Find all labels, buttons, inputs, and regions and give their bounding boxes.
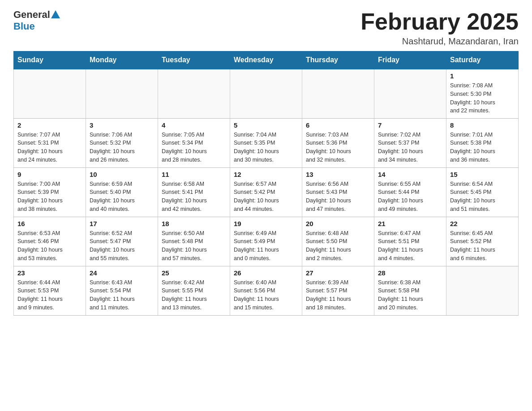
page-header: General Blue February 2025 Nashtarud, Ma…	[13, 9, 519, 47]
day-of-week-header: Tuesday	[158, 51, 230, 69]
calendar-day-cell: 17Sunrise: 6:52 AM Sunset: 5:47 PM Dayli…	[86, 217, 158, 266]
day-of-week-header: Friday	[374, 51, 446, 69]
calendar-week-row: 16Sunrise: 6:53 AM Sunset: 5:46 PM Dayli…	[14, 217, 519, 266]
day-number: 6	[306, 121, 370, 129]
calendar-table: SundayMondayTuesdayWednesdayThursdayFrid…	[13, 51, 519, 316]
day-number: 26	[234, 269, 298, 277]
calendar-day-cell: 14Sunrise: 6:55 AM Sunset: 5:44 PM Dayli…	[374, 167, 446, 217]
day-number: 27	[306, 269, 370, 277]
day-of-week-header: Sunday	[14, 51, 86, 69]
day-of-week-header: Wednesday	[230, 51, 302, 69]
day-info: Sunrise: 6:38 AM Sunset: 5:58 PM Dayligh…	[378, 278, 442, 312]
title-block: February 2025 Nashtarud, Mazandaran, Ira…	[360, 9, 519, 47]
day-info: Sunrise: 6:52 AM Sunset: 5:47 PM Dayligh…	[90, 229, 154, 263]
day-of-week-header: Saturday	[446, 51, 519, 69]
day-number: 19	[234, 220, 298, 227]
day-info: Sunrise: 7:03 AM Sunset: 5:36 PM Dayligh…	[306, 131, 370, 164]
calendar-day-cell: 23Sunrise: 6:44 AM Sunset: 5:53 PM Dayli…	[14, 266, 86, 315]
day-info: Sunrise: 6:48 AM Sunset: 5:50 PM Dayligh…	[306, 229, 370, 263]
day-info: Sunrise: 7:01 AM Sunset: 5:38 PM Dayligh…	[450, 131, 515, 164]
day-number: 9	[17, 171, 82, 178]
day-info: Sunrise: 6:39 AM Sunset: 5:57 PM Dayligh…	[306, 278, 370, 312]
calendar-day-cell: 3Sunrise: 7:06 AM Sunset: 5:32 PM Daylig…	[86, 118, 158, 167]
location-subtitle: Nashtarud, Mazandaran, Iran	[360, 36, 519, 47]
day-info: Sunrise: 6:57 AM Sunset: 5:42 PM Dayligh…	[234, 180, 298, 214]
day-info: Sunrise: 6:45 AM Sunset: 5:52 PM Dayligh…	[450, 229, 515, 263]
calendar-day-cell	[14, 69, 86, 118]
calendar-day-cell	[302, 69, 374, 118]
day-number: 3	[90, 121, 154, 129]
calendar-day-cell	[446, 266, 519, 315]
calendar-day-cell: 12Sunrise: 6:57 AM Sunset: 5:42 PM Dayli…	[230, 167, 302, 217]
day-info: Sunrise: 7:06 AM Sunset: 5:32 PM Dayligh…	[90, 131, 154, 164]
logo-general-text: General	[13, 9, 50, 21]
calendar-day-cell	[86, 69, 158, 118]
logo: General Blue	[13, 9, 60, 32]
logo-triangle-icon	[51, 10, 60, 18]
calendar-day-cell: 2Sunrise: 7:07 AM Sunset: 5:31 PM Daylig…	[14, 118, 86, 167]
calendar-day-cell: 1Sunrise: 7:08 AM Sunset: 5:30 PM Daylig…	[446, 69, 519, 118]
calendar-day-cell: 8Sunrise: 7:01 AM Sunset: 5:38 PM Daylig…	[446, 118, 519, 167]
day-number: 16	[17, 220, 82, 227]
calendar-day-cell: 16Sunrise: 6:53 AM Sunset: 5:46 PM Dayli…	[14, 217, 86, 266]
calendar-day-cell	[158, 69, 230, 118]
calendar-day-cell: 20Sunrise: 6:48 AM Sunset: 5:50 PM Dayli…	[302, 217, 374, 266]
day-number: 1	[450, 72, 515, 80]
logo-blue-text: Blue	[13, 21, 35, 32]
day-number: 7	[378, 121, 442, 129]
day-info: Sunrise: 6:43 AM Sunset: 5:54 PM Dayligh…	[90, 278, 154, 312]
calendar-day-cell: 18Sunrise: 6:50 AM Sunset: 5:48 PM Dayli…	[158, 217, 230, 266]
day-info: Sunrise: 7:07 AM Sunset: 5:31 PM Dayligh…	[17, 131, 82, 164]
calendar-day-cell: 27Sunrise: 6:39 AM Sunset: 5:57 PM Dayli…	[302, 266, 374, 315]
day-number: 22	[450, 220, 515, 227]
calendar-day-cell: 21Sunrise: 6:47 AM Sunset: 5:51 PM Dayli…	[374, 217, 446, 266]
calendar-day-cell	[230, 69, 302, 118]
day-info: Sunrise: 7:05 AM Sunset: 5:34 PM Dayligh…	[162, 131, 226, 164]
calendar-week-row: 2Sunrise: 7:07 AM Sunset: 5:31 PM Daylig…	[14, 118, 519, 167]
calendar-week-row: 1Sunrise: 7:08 AM Sunset: 5:30 PM Daylig…	[14, 69, 519, 118]
day-info: Sunrise: 6:55 AM Sunset: 5:44 PM Dayligh…	[378, 180, 442, 214]
calendar-day-cell: 13Sunrise: 6:56 AM Sunset: 5:43 PM Dayli…	[302, 167, 374, 217]
calendar-day-cell: 19Sunrise: 6:49 AM Sunset: 5:49 PM Dayli…	[230, 217, 302, 266]
calendar-header-row: SundayMondayTuesdayWednesdayThursdayFrid…	[14, 51, 519, 69]
day-info: Sunrise: 6:56 AM Sunset: 5:43 PM Dayligh…	[306, 180, 370, 214]
day-info: Sunrise: 6:40 AM Sunset: 5:56 PM Dayligh…	[234, 278, 298, 312]
calendar-day-cell: 24Sunrise: 6:43 AM Sunset: 5:54 PM Dayli…	[86, 266, 158, 315]
day-info: Sunrise: 6:54 AM Sunset: 5:45 PM Dayligh…	[450, 180, 515, 214]
calendar-day-cell: 4Sunrise: 7:05 AM Sunset: 5:34 PM Daylig…	[158, 118, 230, 167]
day-number: 12	[234, 171, 298, 178]
calendar-day-cell: 6Sunrise: 7:03 AM Sunset: 5:36 PM Daylig…	[302, 118, 374, 167]
day-number: 18	[162, 220, 226, 227]
calendar-day-cell: 25Sunrise: 6:42 AM Sunset: 5:55 PM Dayli…	[158, 266, 230, 315]
calendar-day-cell: 26Sunrise: 6:40 AM Sunset: 5:56 PM Dayli…	[230, 266, 302, 315]
calendar-day-cell: 5Sunrise: 7:04 AM Sunset: 5:35 PM Daylig…	[230, 118, 302, 167]
day-info: Sunrise: 6:50 AM Sunset: 5:48 PM Dayligh…	[162, 229, 226, 263]
calendar-day-cell: 15Sunrise: 6:54 AM Sunset: 5:45 PM Dayli…	[446, 167, 519, 217]
day-number: 10	[90, 171, 154, 178]
calendar-day-cell: 11Sunrise: 6:58 AM Sunset: 5:41 PM Dayli…	[158, 167, 230, 217]
day-number: 23	[17, 269, 82, 277]
calendar-day-cell: 28Sunrise: 6:38 AM Sunset: 5:58 PM Dayli…	[374, 266, 446, 315]
logo-text: General	[13, 9, 60, 21]
day-info: Sunrise: 7:00 AM Sunset: 5:39 PM Dayligh…	[17, 180, 82, 214]
calendar-day-cell: 10Sunrise: 6:59 AM Sunset: 5:40 PM Dayli…	[86, 167, 158, 217]
day-number: 21	[378, 220, 442, 227]
day-of-week-header: Monday	[86, 51, 158, 69]
day-number: 11	[162, 171, 226, 178]
day-number: 13	[306, 171, 370, 178]
day-info: Sunrise: 7:04 AM Sunset: 5:35 PM Dayligh…	[234, 131, 298, 164]
calendar-week-row: 23Sunrise: 6:44 AM Sunset: 5:53 PM Dayli…	[14, 266, 519, 315]
day-number: 28	[378, 269, 442, 277]
calendar-day-cell: 22Sunrise: 6:45 AM Sunset: 5:52 PM Dayli…	[446, 217, 519, 266]
day-info: Sunrise: 7:08 AM Sunset: 5:30 PM Dayligh…	[450, 81, 515, 115]
day-number: 15	[450, 171, 515, 178]
day-info: Sunrise: 6:53 AM Sunset: 5:46 PM Dayligh…	[17, 229, 82, 263]
day-number: 2	[17, 121, 82, 129]
calendar-week-row: 9Sunrise: 7:00 AM Sunset: 5:39 PM Daylig…	[14, 167, 519, 217]
day-of-week-header: Thursday	[302, 51, 374, 69]
calendar-day-cell: 7Sunrise: 7:02 AM Sunset: 5:37 PM Daylig…	[374, 118, 446, 167]
calendar-day-cell: 9Sunrise: 7:00 AM Sunset: 5:39 PM Daylig…	[14, 167, 86, 217]
day-info: Sunrise: 6:59 AM Sunset: 5:40 PM Dayligh…	[90, 180, 154, 214]
day-info: Sunrise: 6:47 AM Sunset: 5:51 PM Dayligh…	[378, 229, 442, 263]
day-info: Sunrise: 6:44 AM Sunset: 5:53 PM Dayligh…	[17, 278, 82, 312]
